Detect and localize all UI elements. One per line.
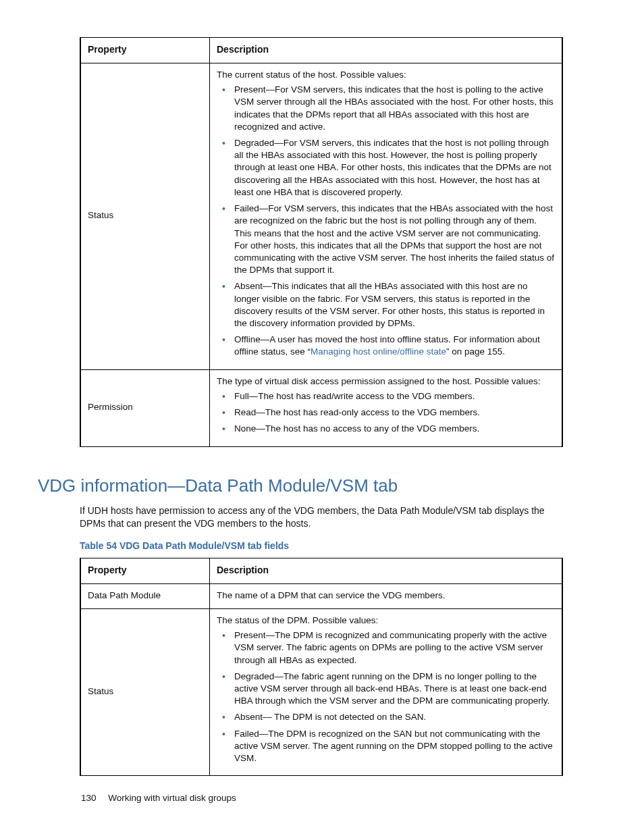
table-row: Status The current status of the host. P…: [80, 63, 562, 369]
property-cell: Status: [80, 608, 210, 775]
list-item: Failed—For VSM servers, this indicates t…: [229, 203, 555, 276]
col-property-header: Property: [80, 38, 210, 63]
property-cell: Permission: [80, 369, 210, 446]
section-heading: VDG information—Data Path Module/VSM tab: [38, 475, 563, 496]
list-item: Offline—A user has moved the host into o…: [229, 334, 555, 358]
property-cell: Status: [80, 63, 210, 369]
bullet-list: Present—For VSM servers, this indicates …: [217, 84, 555, 359]
list-item: None—The host has no access to any of th…: [229, 423, 555, 435]
list-item: Absent—This indicates that all the HBAs …: [229, 280, 555, 330]
intro-text: The current status of the host. Possible…: [217, 69, 555, 81]
list-item: Present—The DPM is recognized and commun…: [229, 629, 555, 667]
list-item: Full—The host has read/write access to t…: [229, 390, 555, 402]
dpm-properties-table: Property Description Data Path Module Th…: [80, 558, 563, 777]
property-cell: Data Path Module: [80, 583, 210, 608]
description-cell: The type of virtual disk access permissi…: [210, 369, 563, 446]
list-item: Degraded—For VSM servers, this indicates…: [229, 137, 555, 199]
table-caption: Table 54 VDG Data Path Module/VSM tab fi…: [80, 540, 563, 551]
intro-text: The status of the DPM. Possible values:: [217, 615, 555, 627]
list-item: Failed—The DPM is recognized on the SAN …: [229, 728, 555, 765]
section-body: If UDH hosts have permission to access a…: [80, 504, 563, 531]
intro-text: The type of virtual disk access permissi…: [217, 375, 555, 388]
description-cell: The name of a DPM that can service the V…: [210, 583, 563, 608]
col-description-header: Description: [210, 38, 563, 63]
list-item: Degraded—The fabric agent running on the…: [229, 671, 555, 708]
offline-post: ” on page 155.: [446, 346, 505, 357]
list-item: Read—The host has read-only access to th…: [229, 407, 555, 419]
table-row: Data Path Module The name of a DPM that …: [80, 583, 562, 608]
list-item: Absent— The DPM is not detected on the S…: [229, 711, 555, 723]
table-row: Permission The type of virtual disk acce…: [80, 369, 562, 446]
host-properties-table: Property Description Status The current …: [80, 37, 563, 447]
col-description-header: Description: [210, 558, 563, 583]
page-number: 130: [81, 793, 97, 803]
xref-link[interactable]: Managing host online/offline state: [311, 346, 446, 357]
description-cell: The status of the DPM. Possible values: …: [210, 608, 563, 775]
table-row: Status The status of the DPM. Possible v…: [80, 608, 562, 775]
list-item: Present—For VSM servers, this indicates …: [229, 84, 555, 133]
page-footer: 130 Working with virtual disk groups: [81, 793, 236, 803]
bullet-list: Present—The DPM is recognized and commun…: [217, 629, 555, 764]
chapter-title: Working with virtual disk groups: [108, 793, 236, 803]
col-property-header: Property: [80, 558, 210, 583]
description-cell: The current status of the host. Possible…: [210, 63, 563, 369]
bullet-list: Full—The host has read/write access to t…: [217, 390, 555, 436]
